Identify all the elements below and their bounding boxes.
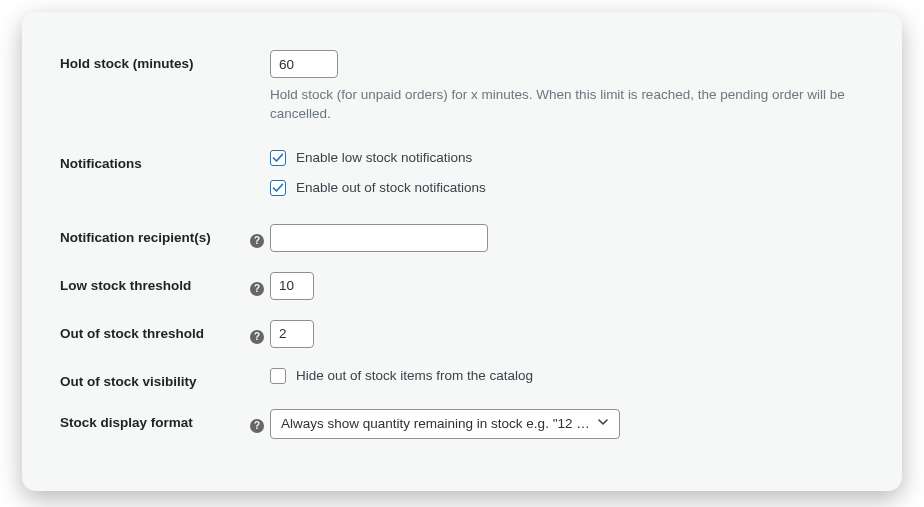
chevron-down-icon (591, 416, 609, 431)
help-icon[interactable]: ? (250, 419, 264, 433)
checkbox-low-stock-notif[interactable] (270, 150, 286, 166)
low-threshold-input[interactable] (270, 272, 314, 300)
checkbox-label-hide-out-of-stock: Hide out of stock items from the catalog (296, 368, 533, 383)
row-recipients: Notification recipient(s) ? (22, 224, 902, 252)
label-low-threshold: Low stock threshold (60, 272, 250, 293)
row-visibility: Out of stock visibility Hide out of stoc… (22, 368, 902, 389)
checkbox-label-low-stock: Enable low stock notifications (296, 150, 472, 165)
label-recipients: Notification recipient(s) (60, 224, 250, 245)
hold-stock-description: Hold stock (for unpaid orders) for x min… (270, 86, 864, 124)
label-out-threshold: Out of stock threshold (60, 320, 250, 341)
checkbox-out-of-stock-notif[interactable] (270, 180, 286, 196)
checkbox-label-out-of-stock: Enable out of stock notifications (296, 180, 486, 195)
checkbox-row-out-of-stock-notif: Enable out of stock notifications (270, 180, 864, 196)
label-hold-stock: Hold stock (minutes) (60, 50, 250, 71)
checkbox-row-hide-out-of-stock: Hide out of stock items from the catalog (270, 368, 864, 384)
out-threshold-input[interactable] (270, 320, 314, 348)
row-hold-stock: Hold stock (minutes) Hold stock (for unp… (22, 50, 902, 124)
checkbox-hide-out-of-stock[interactable] (270, 368, 286, 384)
row-notifications: Notifications Enable low stock notificat… (22, 150, 902, 196)
recipients-input[interactable] (270, 224, 488, 252)
inventory-settings-panel: Hold stock (minutes) Hold stock (for unp… (22, 12, 902, 491)
check-icon (272, 182, 284, 194)
label-display-format: Stock display format (60, 409, 250, 430)
help-icon[interactable]: ? (250, 282, 264, 296)
help-icon[interactable]: ? (250, 330, 264, 344)
row-display-format: Stock display format ? Always show quant… (22, 409, 902, 439)
hold-stock-input[interactable] (270, 50, 338, 78)
check-icon (272, 152, 284, 164)
checkbox-row-low-stock-notif: Enable low stock notifications (270, 150, 864, 166)
select-value: Always show quantity remaining in stock … (281, 416, 591, 431)
row-low-threshold: Low stock threshold ? (22, 272, 902, 300)
help-icon[interactable]: ? (250, 234, 264, 248)
display-format-select[interactable]: Always show quantity remaining in stock … (270, 409, 620, 439)
label-visibility: Out of stock visibility (60, 368, 250, 389)
label-notifications: Notifications (60, 150, 250, 171)
row-out-threshold: Out of stock threshold ? (22, 320, 902, 348)
